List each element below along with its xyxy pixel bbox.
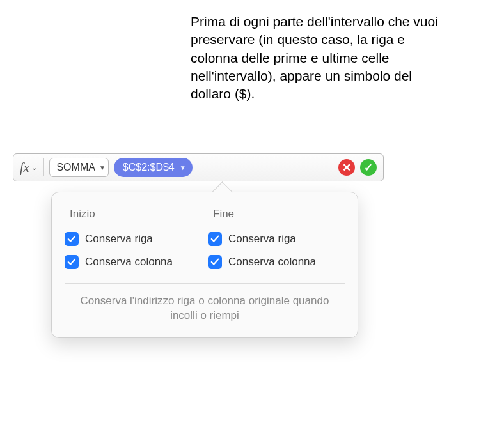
close-icon: ✕: [342, 161, 351, 174]
popover-hint: Conserva l'indirizzo riga o colonna orig…: [65, 294, 345, 323]
end-preserve-row[interactable]: Conserva riga: [208, 229, 345, 252]
fx-button[interactable]: fx ⌄: [17, 158, 44, 176]
cancel-button[interactable]: ✕: [338, 159, 355, 176]
annotation-text: Prima di ogni parte dell'intervallo che …: [191, 13, 446, 104]
start-heading: Inizio: [65, 208, 201, 220]
start-preserve-row[interactable]: Conserva riga: [65, 229, 201, 252]
check-icon: ✓: [364, 161, 373, 174]
range-pill[interactable]: $C$2:$D$4 ▼: [114, 158, 193, 177]
range-text: $C$2:$D$4: [123, 162, 175, 173]
start-preserve-column[interactable]: Conserva colonna: [65, 252, 201, 275]
chevron-down-icon: ⌄: [31, 164, 37, 172]
checkbox-checked-icon[interactable]: [208, 255, 222, 269]
formula-bar: fx ⌄ SOMMA ▼ $C$2:$D$4 ▼ ✕ ✓: [13, 153, 384, 181]
fx-icon: fx: [20, 160, 29, 175]
checkbox-checked-icon[interactable]: [65, 232, 79, 246]
end-preserve-column[interactable]: Conserva colonna: [208, 252, 345, 275]
function-pill[interactable]: SOMMA ▼: [49, 158, 108, 177]
checkbox-checked-icon[interactable]: [65, 255, 79, 269]
end-column: Fine Conserva riga Conserva colonna: [208, 208, 345, 275]
preserve-popover: Inizio Conserva riga Conserva colonna Fi…: [51, 192, 358, 338]
start-column: Inizio Conserva riga Conserva colonna: [65, 208, 201, 275]
function-name: SOMMA: [56, 162, 95, 173]
confirm-button[interactable]: ✓: [360, 159, 377, 176]
checkbox-label: Conserva riga: [85, 233, 153, 245]
checkbox-label: Conserva riga: [228, 233, 296, 245]
checkbox-label: Conserva colonna: [85, 256, 173, 268]
end-heading: Fine: [208, 208, 345, 220]
chevron-down-icon: ▼: [99, 164, 106, 171]
formula-editor: fx ⌄ SOMMA ▼ $C$2:$D$4 ▼ ✕ ✓ Inizio: [13, 153, 384, 338]
chevron-down-icon: ▼: [180, 164, 186, 171]
checkbox-checked-icon[interactable]: [208, 232, 222, 246]
checkbox-label: Conserva colonna: [228, 256, 316, 268]
divider: [65, 283, 345, 284]
